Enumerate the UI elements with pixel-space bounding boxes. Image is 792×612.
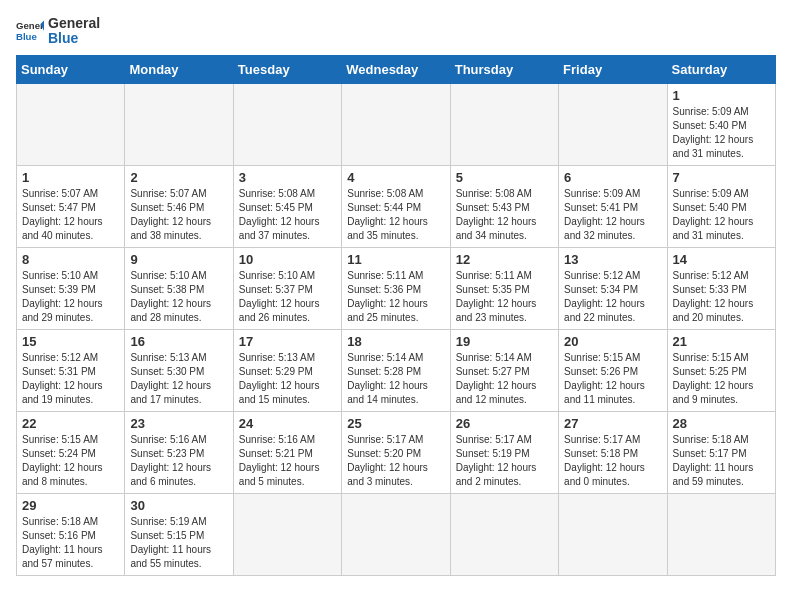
day-number: 8 (22, 252, 119, 267)
day-info: Sunrise: 5:12 AM Sunset: 5:34 PM Dayligh… (564, 269, 661, 325)
day-number: 29 (22, 498, 119, 513)
day-number: 1 (22, 170, 119, 185)
day-number: 15 (22, 334, 119, 349)
day-number: 25 (347, 416, 444, 431)
calendar-cell (559, 83, 667, 165)
calendar-cell: 3 Sunrise: 5:08 AM Sunset: 5:45 PM Dayli… (233, 165, 341, 247)
calendar-week-row: 22 Sunrise: 5:15 AM Sunset: 5:24 PM Dayl… (17, 411, 776, 493)
day-number: 22 (22, 416, 119, 431)
weekday-header: Thursday (450, 55, 558, 83)
calendar-week-row: 1 Sunrise: 5:07 AM Sunset: 5:47 PM Dayli… (17, 165, 776, 247)
calendar-cell (559, 493, 667, 575)
day-number: 3 (239, 170, 336, 185)
calendar-table: SundayMondayTuesdayWednesdayThursdayFrid… (16, 55, 776, 576)
header-row: SundayMondayTuesdayWednesdayThursdayFrid… (17, 55, 776, 83)
calendar-cell: 8 Sunrise: 5:10 AM Sunset: 5:39 PM Dayli… (17, 247, 125, 329)
day-info: Sunrise: 5:10 AM Sunset: 5:37 PM Dayligh… (239, 269, 336, 325)
day-info: Sunrise: 5:09 AM Sunset: 5:40 PM Dayligh… (673, 187, 770, 243)
calendar-cell: 11 Sunrise: 5:11 AM Sunset: 5:36 PM Dayl… (342, 247, 450, 329)
day-number: 24 (239, 416, 336, 431)
calendar-cell: 29 Sunrise: 5:18 AM Sunset: 5:16 PM Dayl… (17, 493, 125, 575)
calendar-cell (342, 83, 450, 165)
day-info: Sunrise: 5:15 AM Sunset: 5:24 PM Dayligh… (22, 433, 119, 489)
day-number: 30 (130, 498, 227, 513)
day-number: 27 (564, 416, 661, 431)
day-number: 2 (130, 170, 227, 185)
day-number: 10 (239, 252, 336, 267)
day-info: Sunrise: 5:13 AM Sunset: 5:30 PM Dayligh… (130, 351, 227, 407)
day-number: 7 (673, 170, 770, 185)
calendar-cell: 20 Sunrise: 5:15 AM Sunset: 5:26 PM Dayl… (559, 329, 667, 411)
day-info: Sunrise: 5:09 AM Sunset: 5:40 PM Dayligh… (673, 105, 770, 161)
day-info: Sunrise: 5:12 AM Sunset: 5:33 PM Dayligh… (673, 269, 770, 325)
calendar-cell: 18 Sunrise: 5:14 AM Sunset: 5:28 PM Dayl… (342, 329, 450, 411)
calendar-cell: 22 Sunrise: 5:15 AM Sunset: 5:24 PM Dayl… (17, 411, 125, 493)
day-number: 26 (456, 416, 553, 431)
calendar-cell: 4 Sunrise: 5:08 AM Sunset: 5:44 PM Dayli… (342, 165, 450, 247)
page-header: General Blue General Blue (16, 16, 776, 47)
calendar-cell: 7 Sunrise: 5:09 AM Sunset: 5:40 PM Dayli… (667, 165, 775, 247)
calendar-cell (450, 83, 558, 165)
calendar-cell (450, 493, 558, 575)
calendar-cell (17, 83, 125, 165)
day-info: Sunrise: 5:15 AM Sunset: 5:26 PM Dayligh… (564, 351, 661, 407)
calendar-cell: 30 Sunrise: 5:19 AM Sunset: 5:15 PM Dayl… (125, 493, 233, 575)
day-info: Sunrise: 5:08 AM Sunset: 5:43 PM Dayligh… (456, 187, 553, 243)
weekday-header: Sunday (17, 55, 125, 83)
day-number: 14 (673, 252, 770, 267)
day-info: Sunrise: 5:14 AM Sunset: 5:28 PM Dayligh… (347, 351, 444, 407)
calendar-cell (233, 83, 341, 165)
day-info: Sunrise: 5:17 AM Sunset: 5:18 PM Dayligh… (564, 433, 661, 489)
day-info: Sunrise: 5:12 AM Sunset: 5:31 PM Dayligh… (22, 351, 119, 407)
day-number: 21 (673, 334, 770, 349)
calendar-cell: 9 Sunrise: 5:10 AM Sunset: 5:38 PM Dayli… (125, 247, 233, 329)
calendar-cell: 15 Sunrise: 5:12 AM Sunset: 5:31 PM Dayl… (17, 329, 125, 411)
day-info: Sunrise: 5:07 AM Sunset: 5:46 PM Dayligh… (130, 187, 227, 243)
day-info: Sunrise: 5:17 AM Sunset: 5:19 PM Dayligh… (456, 433, 553, 489)
day-info: Sunrise: 5:13 AM Sunset: 5:29 PM Dayligh… (239, 351, 336, 407)
svg-text:Blue: Blue (16, 31, 37, 42)
calendar-cell: 19 Sunrise: 5:14 AM Sunset: 5:27 PM Dayl… (450, 329, 558, 411)
day-number: 1 (673, 88, 770, 103)
day-info: Sunrise: 5:09 AM Sunset: 5:41 PM Dayligh… (564, 187, 661, 243)
day-info: Sunrise: 5:08 AM Sunset: 5:45 PM Dayligh… (239, 187, 336, 243)
logo-icon: General Blue (16, 17, 44, 45)
calendar-cell: 16 Sunrise: 5:13 AM Sunset: 5:30 PM Dayl… (125, 329, 233, 411)
weekday-header: Wednesday (342, 55, 450, 83)
calendar-week-row: 1 Sunrise: 5:09 AM Sunset: 5:40 PM Dayli… (17, 83, 776, 165)
calendar-cell: 14 Sunrise: 5:12 AM Sunset: 5:33 PM Dayl… (667, 247, 775, 329)
calendar-cell: 10 Sunrise: 5:10 AM Sunset: 5:37 PM Dayl… (233, 247, 341, 329)
weekday-header: Friday (559, 55, 667, 83)
calendar-cell: 27 Sunrise: 5:17 AM Sunset: 5:18 PM Dayl… (559, 411, 667, 493)
day-info: Sunrise: 5:07 AM Sunset: 5:47 PM Dayligh… (22, 187, 119, 243)
calendar-week-row: 29 Sunrise: 5:18 AM Sunset: 5:16 PM Dayl… (17, 493, 776, 575)
calendar-week-row: 8 Sunrise: 5:10 AM Sunset: 5:39 PM Dayli… (17, 247, 776, 329)
day-number: 28 (673, 416, 770, 431)
day-number: 5 (456, 170, 553, 185)
day-number: 20 (564, 334, 661, 349)
day-number: 16 (130, 334, 227, 349)
calendar-cell (667, 493, 775, 575)
calendar-cell: 21 Sunrise: 5:15 AM Sunset: 5:25 PM Dayl… (667, 329, 775, 411)
calendar-cell: 23 Sunrise: 5:16 AM Sunset: 5:23 PM Dayl… (125, 411, 233, 493)
calendar-cell: 25 Sunrise: 5:17 AM Sunset: 5:20 PM Dayl… (342, 411, 450, 493)
calendar-cell: 28 Sunrise: 5:18 AM Sunset: 5:17 PM Dayl… (667, 411, 775, 493)
day-info: Sunrise: 5:16 AM Sunset: 5:21 PM Dayligh… (239, 433, 336, 489)
calendar-week-row: 15 Sunrise: 5:12 AM Sunset: 5:31 PM Dayl… (17, 329, 776, 411)
calendar-cell: 1 Sunrise: 5:09 AM Sunset: 5:40 PM Dayli… (667, 83, 775, 165)
day-number: 12 (456, 252, 553, 267)
day-number: 17 (239, 334, 336, 349)
calendar-cell: 17 Sunrise: 5:13 AM Sunset: 5:29 PM Dayl… (233, 329, 341, 411)
day-info: Sunrise: 5:11 AM Sunset: 5:36 PM Dayligh… (347, 269, 444, 325)
day-info: Sunrise: 5:18 AM Sunset: 5:17 PM Dayligh… (673, 433, 770, 489)
calendar-cell: 5 Sunrise: 5:08 AM Sunset: 5:43 PM Dayli… (450, 165, 558, 247)
calendar-cell: 13 Sunrise: 5:12 AM Sunset: 5:34 PM Dayl… (559, 247, 667, 329)
calendar-cell: 6 Sunrise: 5:09 AM Sunset: 5:41 PM Dayli… (559, 165, 667, 247)
day-info: Sunrise: 5:15 AM Sunset: 5:25 PM Dayligh… (673, 351, 770, 407)
day-number: 19 (456, 334, 553, 349)
logo: General Blue General Blue (16, 16, 100, 47)
logo-blue: Blue (48, 31, 100, 46)
day-info: Sunrise: 5:19 AM Sunset: 5:15 PM Dayligh… (130, 515, 227, 571)
day-info: Sunrise: 5:18 AM Sunset: 5:16 PM Dayligh… (22, 515, 119, 571)
day-number: 18 (347, 334, 444, 349)
